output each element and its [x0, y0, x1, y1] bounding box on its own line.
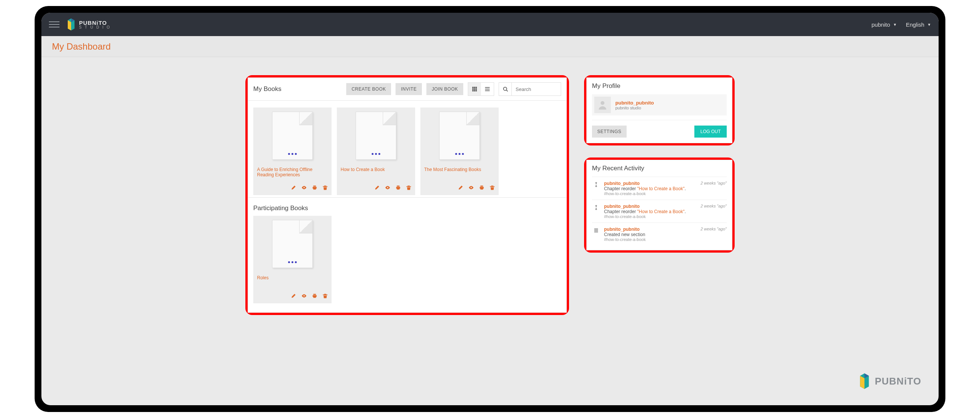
caret-down-icon: ▼	[893, 22, 897, 27]
profile-panel: My Profile pubnito_pubnito pubnito studi…	[584, 75, 735, 146]
activity-time: 2 weeks "ago"	[700, 226, 727, 242]
book-card[interactable]: Roles	[253, 216, 332, 303]
view-icon[interactable]	[385, 185, 390, 192]
search-icon	[503, 87, 508, 92]
topbar: PUBNiTO S T U D I O pubnito ▼ English ▼	[41, 13, 939, 36]
book-cover	[253, 216, 332, 272]
participating-grid: Roles	[253, 216, 561, 310]
svg-rect-3	[473, 87, 474, 88]
profile-org: pubnito studio	[615, 106, 654, 110]
svg-point-17	[601, 101, 605, 105]
book-title: Roles	[253, 272, 332, 292]
svg-rect-5	[476, 87, 477, 88]
watermark-brand: PUBNiTO	[875, 375, 921, 387]
activity-user: pubnito_pubnito	[604, 226, 640, 232]
view-icon[interactable]	[469, 185, 474, 192]
book-card[interactable]: A Guide to Enriching Offline Reading Exp…	[253, 108, 332, 195]
user-dropdown-label: pubnito	[872, 21, 890, 28]
print-icon[interactable]	[396, 185, 401, 192]
edit-icon[interactable]	[374, 185, 380, 192]
brand-sub: S T U D I O	[79, 25, 111, 29]
delete-icon[interactable]	[406, 185, 411, 192]
language-dropdown-label: English	[906, 21, 924, 28]
search	[499, 82, 561, 96]
book-cover	[337, 108, 415, 164]
activity-list: pubnito_pubnito Chapter reorder "How to …	[592, 177, 727, 245]
list-view-button[interactable]	[481, 83, 494, 95]
svg-point-15	[503, 87, 507, 90]
caret-down-icon: ▼	[928, 22, 931, 27]
profile-username: pubnito_pubnito	[615, 100, 654, 106]
book-title: A Guide to Enriching Offline Reading Exp…	[253, 164, 332, 184]
mybooks-title: My Books	[253, 86, 282, 93]
language-dropdown[interactable]: English ▼	[906, 21, 931, 28]
svg-rect-7	[474, 88, 475, 90]
svg-line-16	[506, 90, 508, 92]
profile-title: My Profile	[592, 82, 727, 90]
svg-rect-9	[473, 90, 474, 92]
create-book-button[interactable]: CREATE BOOK	[346, 83, 391, 95]
logo[interactable]: PUBNiTO S T U D I O	[66, 18, 111, 31]
activity-panel: My Recent Activity pubnito_pubnito Chapt…	[584, 157, 735, 253]
menu-icon[interactable]	[49, 19, 59, 30]
page-title: My Dashboard	[52, 41, 111, 52]
book-title: How to Create a Book	[337, 164, 415, 184]
svg-rect-14	[485, 90, 490, 91]
view-icon[interactable]	[301, 185, 307, 192]
book-card[interactable]: How to Create a Book	[337, 108, 415, 195]
activity-item: pubnito_pubnito Chapter reorder "How to …	[592, 177, 727, 200]
grid-view-button[interactable]	[468, 83, 481, 95]
activity-user: pubnito_pubnito	[604, 181, 640, 186]
svg-rect-8	[476, 88, 477, 90]
svg-rect-11	[476, 90, 477, 92]
print-icon[interactable]	[312, 185, 317, 192]
activity-time: 2 weeks "ago"	[700, 181, 727, 196]
user-dropdown[interactable]: pubnito ▼	[872, 21, 897, 28]
activity-tag: #how-to-create-a-book	[604, 237, 697, 242]
print-icon[interactable]	[479, 185, 484, 192]
svg-rect-13	[485, 89, 490, 89]
logo-icon	[66, 18, 76, 31]
search-input[interactable]	[512, 83, 561, 95]
invite-button[interactable]: INVITE	[396, 83, 422, 95]
user-icon	[597, 99, 608, 111]
svg-rect-12	[485, 87, 490, 88]
delete-icon[interactable]	[323, 293, 328, 299]
activity-title: My Recent Activity	[592, 165, 727, 172]
edit-icon[interactable]	[291, 293, 296, 299]
svg-rect-4	[474, 87, 475, 88]
delete-icon[interactable]	[490, 185, 495, 192]
activity-icon	[592, 226, 600, 242]
svg-rect-6	[473, 88, 474, 90]
search-button[interactable]	[499, 83, 512, 95]
delete-icon[interactable]	[323, 185, 328, 192]
print-icon[interactable]	[312, 293, 317, 299]
activity-icon	[592, 181, 600, 196]
profile-row[interactable]: pubnito_pubnito pubnito studio	[592, 94, 727, 116]
join-book-button[interactable]: JOIN BOOK	[426, 83, 463, 95]
brand-name: PUBNiTO	[79, 20, 111, 25]
books-panel: My Books CREATE BOOK INVITE JOIN BOOK	[245, 75, 569, 315]
activity-tag: #how-to-create-a-book	[604, 214, 697, 219]
watermark-logo: PUBNiTO	[858, 373, 921, 390]
activity-icon	[592, 204, 600, 219]
book-cover	[253, 108, 332, 164]
edit-icon[interactable]	[291, 185, 296, 192]
mybooks-grid: A Guide to Enriching Offline Reading Exp…	[248, 101, 566, 198]
book-title: The Most Fascinating Books	[420, 164, 499, 184]
book-card[interactable]: The Most Fascinating Books	[420, 108, 499, 195]
view-icon[interactable]	[301, 293, 307, 299]
activity-time: 2 weeks "ago"	[700, 204, 727, 219]
logout-button[interactable]: LOG OUT	[694, 125, 727, 138]
svg-rect-18	[594, 228, 598, 233]
book-cover	[420, 108, 499, 164]
participating-title: Participating Books	[253, 204, 561, 212]
titlebar: My Dashboard	[41, 36, 939, 57]
edit-icon[interactable]	[458, 185, 463, 192]
svg-rect-10	[474, 90, 475, 92]
activity-item: pubnito_pubnito Chapter reorder "How to …	[592, 200, 727, 223]
settings-button[interactable]: SETTINGS	[592, 125, 627, 138]
avatar	[594, 97, 611, 113]
activity-user: pubnito_pubnito	[604, 204, 640, 209]
activity-tag: #how-to-create-a-book	[604, 192, 697, 196]
